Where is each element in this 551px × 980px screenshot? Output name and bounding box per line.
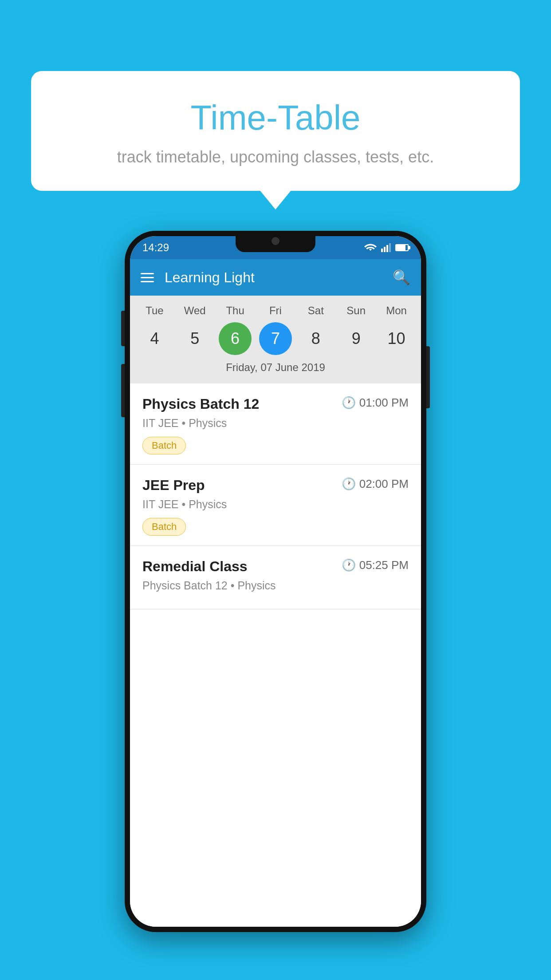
svg-rect-3 [389, 243, 391, 252]
schedule-item-3-time-text: 05:25 PM [359, 558, 409, 572]
schedule-item-3-title: Remedial Class [142, 558, 248, 575]
wifi-icon [364, 243, 377, 252]
selected-date: Friday, 07 June 2019 [130, 361, 421, 378]
schedule-item-1-title: Physics Batch 12 [142, 396, 259, 412]
svg-rect-2 [386, 245, 388, 252]
day-labels: Tue Wed Thu Fri Sat Sun Mon [130, 304, 421, 317]
day-4[interactable]: 4 [138, 322, 171, 355]
app-bar: Learning Light 🔍 [130, 259, 421, 296]
schedule-item-2-time-text: 02:00 PM [359, 477, 409, 491]
side-button-volume-down [121, 364, 125, 417]
day-label-sun: Sun [340, 304, 373, 317]
svg-rect-0 [381, 249, 383, 252]
day-9[interactable]: 9 [340, 322, 373, 355]
svg-rect-1 [384, 247, 386, 252]
schedule-item-1-subtitle: IIT JEE • Physics [142, 417, 409, 430]
clock-icon-3: 🕐 [342, 558, 356, 572]
schedule-item-3-header: Remedial Class 🕐 05:25 PM [142, 558, 409, 575]
speech-bubble: Time-Table track timetable, upcoming cla… [31, 71, 520, 191]
side-button-volume-up [121, 311, 125, 346]
clock-icon-1: 🕐 [342, 396, 356, 410]
phone-camera [272, 237, 279, 245]
schedule-item-2-header: JEE Prep 🕐 02:00 PM [142, 477, 409, 494]
calendar-header: Tue Wed Thu Fri Sat Sun Mon 4 5 6 7 8 9 … [130, 296, 421, 383]
day-label-thu: Thu [219, 304, 252, 317]
schedule-item-2-title: JEE Prep [142, 477, 205, 494]
search-icon[interactable]: 🔍 [393, 269, 410, 286]
schedule-item-1-header: Physics Batch 12 🕐 01:00 PM [142, 396, 409, 412]
page-subtitle: track timetable, upcoming classes, tests… [49, 148, 502, 166]
status-time: 14:29 [142, 241, 169, 254]
schedule-item-2-badge: Batch [142, 518, 186, 536]
schedule-item-1-time-text: 01:00 PM [359, 396, 409, 410]
side-button-power [426, 346, 430, 408]
day-5[interactable]: 5 [178, 322, 211, 355]
speech-bubble-container: Time-Table track timetable, upcoming cla… [31, 71, 520, 191]
battery-icon [395, 244, 409, 251]
signal-icon [381, 243, 391, 252]
schedule-item-1-time: 🕐 01:00 PM [342, 396, 409, 410]
day-7-selected[interactable]: 7 [259, 322, 292, 355]
status-icons [364, 243, 409, 252]
clock-icon-2: 🕐 [342, 477, 356, 491]
day-label-fri: Fri [259, 304, 292, 317]
phone-screen: 14:29 [130, 236, 421, 927]
schedule-item-2[interactable]: JEE Prep 🕐 02:00 PM IIT JEE • Physics Ba… [130, 465, 421, 546]
schedule-item-3[interactable]: Remedial Class 🕐 05:25 PM Physics Batch … [130, 546, 421, 609]
day-label-sat: Sat [299, 304, 332, 317]
day-8[interactable]: 8 [299, 322, 332, 355]
schedule-item-1-badge: Batch [142, 437, 186, 454]
schedule-item-2-subtitle: IIT JEE • Physics [142, 498, 409, 511]
hamburger-menu-icon[interactable] [141, 273, 154, 282]
phone-frame: 14:29 [125, 231, 426, 932]
page-title: Time-Table [49, 98, 502, 138]
schedule-list: Physics Batch 12 🕐 01:00 PM IIT JEE • Ph… [130, 383, 421, 927]
schedule-item-2-time: 🕐 02:00 PM [342, 477, 409, 491]
schedule-item-1[interactable]: Physics Batch 12 🕐 01:00 PM IIT JEE • Ph… [130, 383, 421, 465]
schedule-item-3-time: 🕐 05:25 PM [342, 558, 409, 572]
day-label-mon: Mon [380, 304, 413, 317]
schedule-item-3-subtitle: Physics Batch 12 • Physics [142, 579, 409, 592]
day-6-today[interactable]: 6 [219, 322, 252, 355]
app-title: Learning Light [165, 269, 393, 286]
day-10[interactable]: 10 [380, 322, 413, 355]
day-label-wed: Wed [178, 304, 211, 317]
day-label-tue: Tue [138, 304, 171, 317]
phone-mockup: 14:29 [125, 231, 426, 932]
day-numbers: 4 5 6 7 8 9 10 [130, 322, 421, 355]
